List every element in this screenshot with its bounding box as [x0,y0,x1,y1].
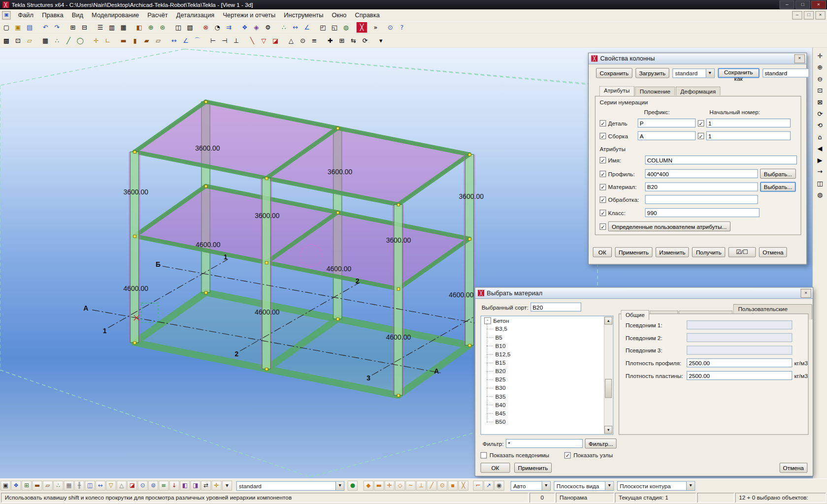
child-restore-button[interactable]: □ [804,11,814,19]
save-as-input[interactable] [762,68,809,77]
select-bolts-icon[interactable]: ⊙ [137,481,147,491]
select-rebar-icon[interactable]: ≡ [159,481,168,491]
dim-distance-icon[interactable]: ↔ [169,35,179,46]
weld-icon[interactable]: △ [286,35,296,46]
select-parts-icon[interactable]: ▬ [32,481,42,491]
column-dialog-title-bar[interactable]: ╳ Свойства колонны × [589,53,806,64]
copy-object-icon[interactable]: ⊞ [336,35,347,46]
dim-free-icon[interactable]: ⊥ [231,35,241,46]
select-points-icon[interactable]: ∴ [53,481,63,491]
select-planes-icon[interactable]: ▽ [106,481,116,491]
phase-manager-icon[interactable]: ◔ [212,22,222,32]
tree-item-b5[interactable]: B5 [487,333,613,342]
show-nodes-checkbox[interactable]: ✓ [564,452,571,459]
ucs-icon[interactable]: ⌐ [473,481,483,491]
select-assemblies-icon[interactable]: ⊞ [22,481,32,491]
tree-collapse-icon[interactable]: - [484,317,491,324]
numbering-icon[interactable]: ⊕ [146,22,156,32]
tree-item-b40[interactable]: B40 [487,401,613,409]
name-input[interactable] [645,156,797,164]
bolt-icon[interactable]: ⊙ [298,35,308,46]
menu-drawings-reports[interactable]: Чертежи и отчеты [219,10,280,20]
material-cancel-button[interactable]: Отмена [779,463,807,472]
fit-work-area-icon[interactable]: ⊡ [13,35,23,46]
selected-grade-input[interactable] [530,303,581,312]
view-properties-icon[interactable]: ▩ [1,35,11,46]
rotate-back-icon[interactable]: ⟲ [815,120,825,130]
macros-icon[interactable]: ⚙ [263,22,273,32]
dim-angle-icon[interactable]: ∠ [180,35,191,46]
properties-icon[interactable]: ☰ [95,22,105,32]
assembly-start-checkbox[interactable]: ✓ [698,132,704,139]
material-ok-button[interactable]: ОК [480,463,510,472]
minimize-button[interactable]: – [780,0,794,9]
snap-perpendicular-icon[interactable]: ⊥ [416,481,426,491]
snap-extension-icon[interactable]: ╱ [427,481,436,491]
tree-item-b25[interactable]: B25 [487,375,613,383]
dim-x-icon[interactable]: ⊢ [208,35,218,46]
tree-item-b50[interactable]: B50 [487,417,613,426]
print-icon[interactable]: ⊞ [67,22,78,32]
child-minimize-button[interactable]: – [792,11,802,19]
object-list-icon[interactable]: ▥ [106,22,117,32]
cut-line-icon[interactable]: ╲ [247,35,257,46]
tree-item-b30[interactable]: B30 [487,384,613,392]
alias3-input[interactable] [687,346,792,354]
dim-arc-icon[interactable]: ⌒ [192,35,202,46]
tree-scrollbar[interactable]: ▲ ▼ [604,317,612,434]
select-welds-icon[interactable]: △ [117,481,127,491]
workplane-icon[interactable]: ▱ [24,35,34,46]
construction-line-icon[interactable]: ╱ [63,35,73,46]
material-dialog-title-bar[interactable]: ╳ Выбрать материал × [475,288,813,299]
dim-y-icon[interactable]: ⊣ [219,35,230,46]
snap-endpoint-icon[interactable]: ▬ [374,481,384,491]
select-views-icon[interactable]: ◫ [85,481,95,491]
display-options-icon[interactable]: ◍ [815,189,825,200]
column-tool-icon[interactable]: ▮ [130,35,140,46]
material-apply-button[interactable]: Применить [514,463,552,472]
density-plate-input[interactable] [687,371,792,380]
rebar-icon[interactable]: ≡ [309,35,319,46]
class-checkbox[interactable]: ✓ [599,210,606,216]
grid-icon[interactable]: ▦ [40,35,50,46]
tree-item-b35[interactable]: B35 [487,392,613,401]
user-defined-attributes-button[interactable]: Определенные пользователем атрибуты... [608,221,730,231]
class-input[interactable] [645,208,760,217]
scroll-down-icon[interactable]: ▼ [604,426,612,434]
open-model-icon[interactable]: ▣ [13,22,23,32]
select-components-icon[interactable]: ❖ [11,481,21,491]
pan-icon[interactable]: ✛ [815,51,825,61]
scrollbar-thumb[interactable] [605,379,612,398]
menu-analysis[interactable]: Расчёт [143,10,172,20]
new-model-icon[interactable]: ▢ [1,22,11,32]
tab-deformation[interactable]: Деформация [676,87,721,95]
select-loads-icon[interactable]: ↓ [169,481,179,491]
create-point-icon[interactable]: ∴ [278,22,289,32]
assembly-numbering-checkbox[interactable]: ✓ [599,132,606,139]
select-filter-more-icon[interactable]: ▾ [222,481,232,491]
part-numbering-checkbox[interactable]: ✓ [599,120,606,126]
menu-detailing[interactable]: Детализация [172,10,219,20]
next-view-icon[interactable]: ▶ [815,155,825,165]
point-icon[interactable]: ∴ [52,35,62,46]
profile-checkbox[interactable]: ✓ [599,170,606,177]
scroll-up-icon[interactable]: ▲ [604,317,612,325]
apply-button[interactable]: Применить [615,247,653,257]
material-tree[interactable]: - Бетон B3,5 B5 [480,315,613,435]
name-checkbox[interactable]: ✓ [599,157,606,163]
snap-override-icon[interactable]: ✛ [211,481,221,491]
tab-position[interactable]: Положение [635,87,675,95]
tree-item-b3-5[interactable]: B3,5 [487,325,613,333]
cancel-button[interactable]: Отмена [759,247,787,257]
sequencer-icon[interactable]: ⇉ [224,22,234,32]
plate-tool-icon[interactable]: ▰ [141,35,152,46]
fitting-icon[interactable]: ◪ [270,35,280,46]
uda-checkbox[interactable]: ✓ [599,223,606,229]
menu-modeling[interactable]: Моделирование [88,10,143,20]
tab-attributes[interactable]: Атрибуты [599,86,634,96]
fly-icon[interactable]: → [815,166,825,177]
construction-circle-icon[interactable]: ◯ [75,35,85,46]
part-start-checkbox[interactable]: ✓ [698,120,704,126]
contour-planes-combo[interactable]: Плоскости контура ▼ [617,481,695,490]
report-icon[interactable]: ▦ [118,22,129,32]
